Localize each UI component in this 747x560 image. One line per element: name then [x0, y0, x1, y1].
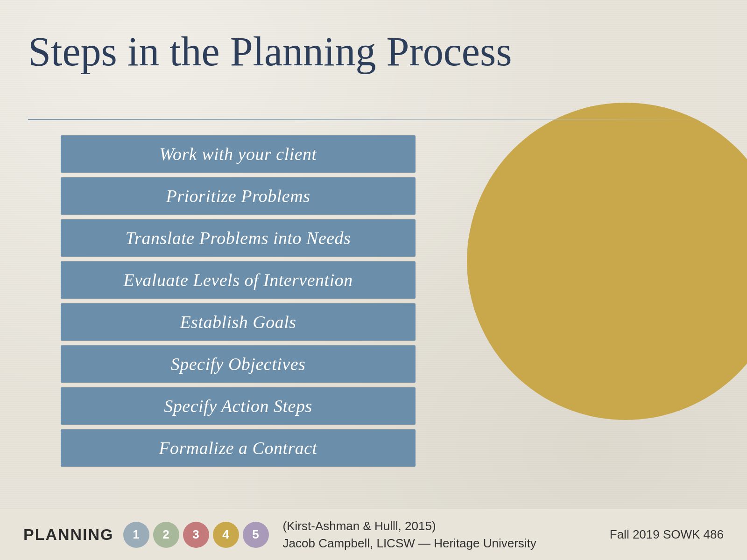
step-2: Prioritize Problems — [61, 177, 416, 215]
citation-line1: (Kirst-Ashman & Hulll, 2015) — [283, 519, 436, 533]
slide-title: Steps in the Planning Process — [28, 28, 719, 75]
course-code: Fall 2019 SOWK 486 — [610, 527, 724, 541]
step-circle-5: 5 — [243, 522, 269, 548]
step-circles: 1 2 3 4 5 — [123, 522, 269, 548]
citation-line3: Jacob Campbell, LICSW — Heritage Univers… — [283, 536, 536, 550]
divider-line — [28, 119, 719, 120]
step-circle-3: 3 — [183, 522, 209, 548]
bottom-bar: PLANNING 1 2 3 4 5 (Kirst-Ashman & Hulll… — [0, 509, 747, 560]
step-circle-2: 2 — [153, 522, 179, 548]
step-5: Establish Goals — [61, 303, 416, 341]
step-1: Work with your client — [61, 135, 416, 173]
steps-list: Work with your client Prioritize Problem… — [61, 135, 416, 467]
step-8: Formalize a Contract — [61, 429, 416, 467]
gold-circle-decoration — [467, 103, 747, 420]
planning-label: PLANNING — [23, 525, 114, 544]
course-info: Fall 2019 SOWK 486 — [610, 526, 724, 543]
citation: (Kirst-Ashman & Hulll, 2015) Jacob Campb… — [283, 518, 536, 552]
step-4: Evaluate Levels of Intervention — [61, 261, 416, 299]
step-circle-1: 1 — [123, 522, 149, 548]
slide-container: Steps in the Planning Process Work with … — [0, 0, 747, 560]
step-circle-4: 4 — [213, 522, 239, 548]
step-7: Specify Action Steps — [61, 387, 416, 425]
step-6: Specify Objectives — [61, 345, 416, 383]
step-3: Translate Problems into Needs — [61, 219, 416, 257]
